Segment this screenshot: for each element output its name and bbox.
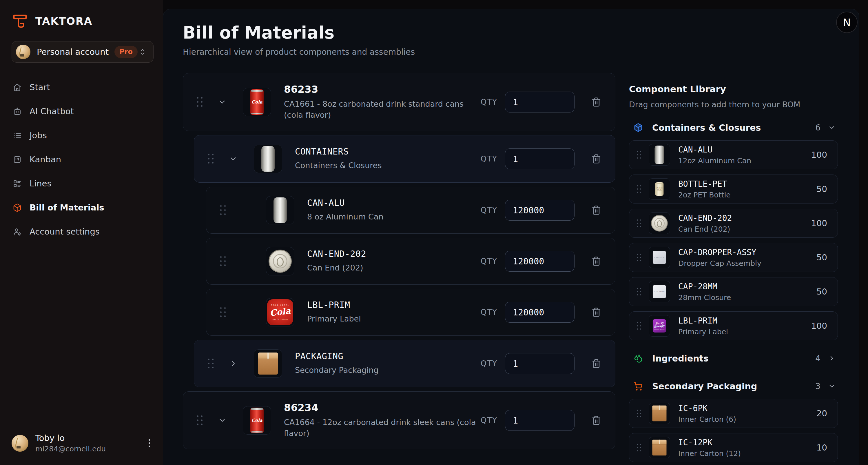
qty-input[interactable]: [505, 148, 575, 169]
chevron-down-icon[interactable]: [218, 416, 226, 425]
account-avatar: [16, 45, 30, 59]
chevron-right-icon: [828, 354, 836, 362]
qty-input[interactable]: [505, 302, 575, 323]
pro-badge: Pro: [115, 46, 137, 58]
item-quantity: 100: [811, 321, 827, 331]
account-switcher[interactable]: Personal account Pro: [11, 41, 154, 63]
item-description: Primary Label: [307, 313, 480, 324]
bottle-art-text: Shake: [657, 189, 662, 191]
chevron-down-icon[interactable]: [218, 98, 226, 107]
drag-handle-icon[interactable]: [637, 151, 641, 159]
item-description: CA1661 - 8oz carbonated drink standard c…: [284, 98, 480, 121]
item-code: BOTTLE-PET: [678, 179, 731, 189]
library-item-bottle-pet[interactable]: Protein Shake BOTTLE-PET 2oz PET Bottle …: [629, 175, 838, 204]
library-item-cap-28mm[interactable]: CAP-28MM CAP-28MM 28mm Closure 50: [629, 277, 838, 306]
sidebar-item-lines[interactable]: Lines: [11, 177, 154, 190]
chevron-down-icon[interactable]: [229, 154, 238, 163]
bottle-art-text: Protein: [656, 187, 662, 189]
drag-handle-icon[interactable]: [637, 220, 641, 227]
library-section-ingredients[interactable]: Ingredients 4: [629, 352, 838, 365]
drag-handle-icon[interactable]: [637, 322, 641, 330]
item-code: CAN-END-202: [307, 249, 480, 259]
drag-handle-icon[interactable]: [220, 205, 226, 215]
drag-handle-icon[interactable]: [197, 97, 203, 107]
drag-handle-icon[interactable]: [220, 256, 226, 266]
bom-row-86233[interactable]: Cola 86233 CA1661 - 8oz carbonated drink…: [183, 73, 615, 131]
chevrons-up-down-icon: [139, 48, 146, 56]
library-section-containers-closures[interactable]: Containers & Closures 6: [629, 121, 838, 134]
sidebar-item-account-settings[interactable]: Account settings: [11, 225, 154, 238]
package-box-icon: [13, 203, 22, 212]
sidebar: TAKTORA Personal account Pro Start AI Ch…: [0, 0, 163, 465]
bom-row-lbl-prim[interactable]: COLA LABEL Cola 8 FL OZ (237 mL) LBL-PRI…: [206, 289, 615, 336]
sidebar-item-bill-of-materials[interactable]: Bill of Materials: [11, 201, 154, 214]
drag-handle-icon[interactable]: [637, 288, 641, 296]
bom-row-can-end-202[interactable]: CAN-END-202 Can End (202) QTY: [206, 238, 615, 285]
item-code: 86234: [284, 402, 480, 413]
library-items: CAN-ALU 12oz Aluminum Can 100 Protein Sh…: [629, 140, 838, 340]
product-image-aluminum-can: [266, 196, 294, 224]
product-image-can-end: [266, 247, 294, 275]
bom-row-packaging[interactable]: PACKAGING Secondary Packaging QTY: [194, 340, 615, 387]
qty-input[interactable]: [505, 92, 575, 113]
library-section-secondary-packaging[interactable]: Secondary Packaging 3: [629, 380, 838, 393]
product-image-berry-label: Berry Energy ENERGY DRINK: [649, 315, 670, 337]
component-library-panel: Component Library Drag components to add…: [629, 9, 838, 465]
sidebar-item-label: Start: [30, 82, 50, 92]
drag-handle-icon[interactable]: [637, 444, 641, 452]
sidebar-item-label: Kanban: [30, 154, 61, 164]
trash-icon[interactable]: [591, 205, 601, 215]
item-quantity: 50: [816, 287, 827, 296]
list-icon: [13, 131, 22, 140]
bom-row-containers[interactable]: CONTAINERS Containers & Closures QTY: [194, 135, 615, 183]
sidebar-item-start[interactable]: Start: [11, 81, 154, 94]
trash-icon[interactable]: [591, 154, 601, 164]
section-label: Ingredients: [652, 353, 709, 364]
bom-row-can-alu[interactable]: CAN-ALU 8 oz Aluminum Can QTY: [206, 187, 615, 234]
sidebar-nav: Start AI Chatbot Jobs Kanban Lines: [11, 81, 154, 238]
trash-icon[interactable]: [591, 358, 601, 369]
page-title: Bill of Materials: [183, 23, 615, 42]
item-code: IC-12PK: [678, 438, 741, 447]
product-image-cola-can: Cola: [243, 88, 271, 116]
qty-input[interactable]: [505, 410, 575, 431]
item-description: CA1664 - 12oz carbonated drink sleek can…: [284, 417, 480, 439]
sidebar-item-jobs[interactable]: Jobs: [11, 129, 154, 142]
library-item-lbl-prim[interactable]: Berry Energy ENERGY DRINK LBL-PRIM Prima…: [629, 311, 838, 340]
item-description: Containers & Closures: [295, 160, 480, 171]
drag-handle-icon[interactable]: [208, 358, 214, 369]
trash-icon[interactable]: [591, 307, 601, 317]
bom-row-86234[interactable]: Cola 86234 CA1664 - 12oz carbonated drin…: [183, 391, 615, 449]
library-item-cap-dropper-assy[interactable]: CAP-DROP CAP-DROPPER-ASSY Dropper Cap As…: [629, 243, 838, 272]
drag-handle-icon[interactable]: [220, 307, 226, 317]
drag-handle-icon[interactable]: [637, 410, 641, 417]
cap-art-text: CAP-28MM: [654, 291, 664, 292]
drag-handle-icon[interactable]: [197, 415, 203, 425]
qty-input[interactable]: [505, 200, 575, 221]
drag-handle-icon[interactable]: [637, 254, 641, 261]
nextjs-avatar[interactable]: N: [836, 11, 858, 33]
kebab-menu-icon[interactable]: [146, 437, 152, 449]
chevron-right-icon[interactable]: [229, 359, 238, 368]
library-item-ic-6pk[interactable]: IC-6PK Inner Carton (6) 20: [629, 399, 838, 428]
qty-input[interactable]: [505, 353, 575, 374]
product-image-cap-dropper: CAP-DROP: [649, 247, 670, 268]
label-art-bottom-text: 8 FL OZ (237 mL): [273, 318, 288, 320]
library-item-can-end-202[interactable]: CAN-END-202 Can End (202) 100: [629, 209, 838, 238]
library-item-can-alu[interactable]: CAN-ALU 12oz Aluminum Can 100: [629, 140, 838, 169]
sidebar-item-ai-chatbot[interactable]: AI Chatbot: [11, 105, 154, 118]
trash-icon[interactable]: [591, 97, 601, 107]
drag-handle-icon[interactable]: [208, 154, 214, 164]
library-item-ic-12pk[interactable]: IC-12PK Inner Carton (12) 10: [629, 433, 838, 462]
qty-label: QTY: [480, 98, 497, 107]
item-description: 2oz PET Bottle: [678, 191, 731, 199]
trash-icon[interactable]: [591, 415, 601, 425]
user-name: Toby lo: [35, 433, 106, 443]
qty-input[interactable]: [505, 251, 575, 272]
item-code: 86233: [284, 84, 480, 95]
drag-handle-icon[interactable]: [637, 185, 641, 193]
trash-icon[interactable]: [591, 256, 601, 266]
sidebar-item-kanban[interactable]: Kanban: [11, 153, 154, 166]
brand-name: TAKTORA: [35, 16, 92, 27]
blue-cube-icon: [633, 123, 643, 132]
